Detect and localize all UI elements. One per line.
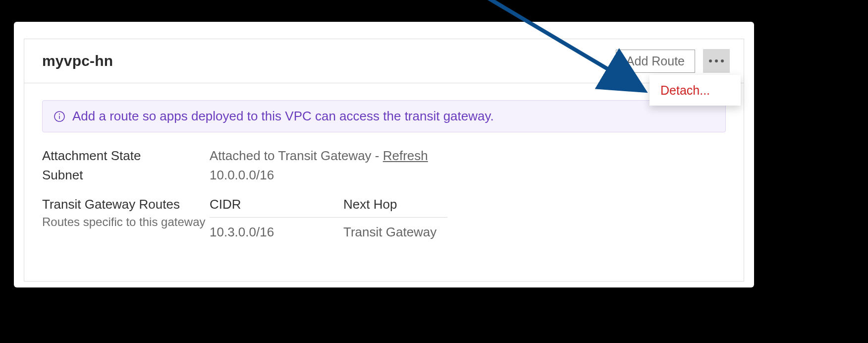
refresh-link[interactable]: Refresh xyxy=(383,148,428,163)
svg-point-2 xyxy=(59,114,60,114)
table-row: 10.3.0.0/16 Transit Gateway xyxy=(210,218,447,240)
panel-title: myvpc-hn xyxy=(42,53,113,69)
col-header-next-hop: Next Hop xyxy=(343,197,447,212)
details-block: Attachment State Attached to Transit Gat… xyxy=(42,146,726,185)
alert-text: Add a route so apps deployed to this VPC… xyxy=(72,109,494,124)
add-route-button[interactable]: Add Route xyxy=(616,50,695,73)
panel-header: myvpc-hn Add Route xyxy=(24,39,744,83)
more-actions-menu: Detach... xyxy=(650,75,741,106)
cell-cidr: 10.3.0.0/16 xyxy=(210,225,343,240)
more-actions-button[interactable] xyxy=(703,49,730,73)
cell-next-hop: Transit Gateway xyxy=(343,225,447,240)
routes-section-sublabel: Routes specific to this gateway xyxy=(42,214,210,230)
routes-table-head: CIDR Next Hop xyxy=(210,197,447,218)
ellipsis-icon xyxy=(709,59,724,62)
info-alert: Add a route so apps deployed to this VPC… xyxy=(42,100,726,132)
routes-table: CIDR Next Hop 10.3.0.0/16 Transit Gatewa… xyxy=(210,197,447,240)
attachment-state-label: Attachment State xyxy=(42,148,210,164)
header-actions: Add Route xyxy=(616,49,730,73)
routes-section: Transit Gateway Routes Routes specific t… xyxy=(42,197,726,240)
subnet-value: 10.0.0.0/16 xyxy=(210,168,274,183)
routes-section-label: Transit Gateway Routes xyxy=(42,197,210,212)
panel-body: Add a route so apps deployed to this VPC… xyxy=(24,83,744,245)
subnet-label: Subnet xyxy=(42,168,210,183)
detach-menu-item[interactable]: Detach... xyxy=(660,83,710,98)
col-header-cidr: CIDR xyxy=(210,197,343,212)
info-icon xyxy=(54,111,65,122)
attachment-state-value: Attached to Transit Gateway - Refresh xyxy=(210,148,428,164)
vpc-panel: myvpc-hn Add Route Detach... xyxy=(24,39,744,282)
attachment-state-text: Attached to Transit Gateway - xyxy=(210,148,383,163)
